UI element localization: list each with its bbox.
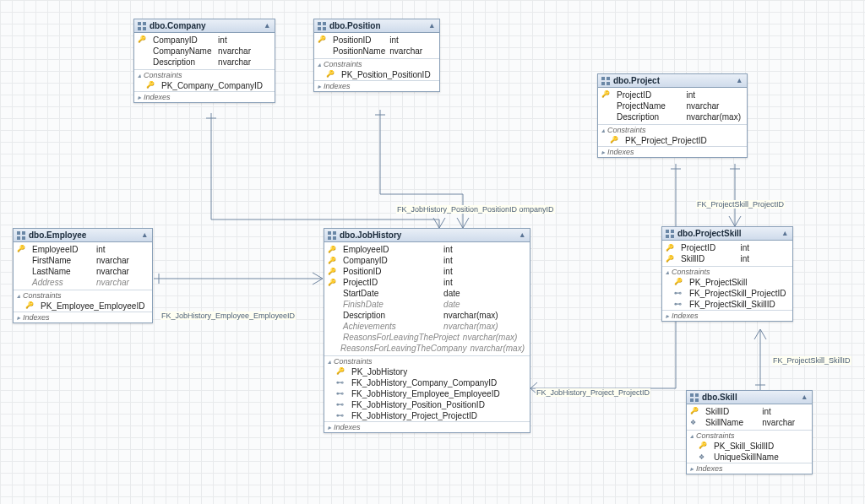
constraints-header[interactable]: Constraints [324, 355, 530, 366]
constraint-row[interactable]: FK_ProjectSkill_SkillID [662, 299, 792, 310]
column-row[interactable]: CompanyNamenvarchar [134, 46, 275, 57]
column-row[interactable]: Descriptionnvarchar(max) [598, 111, 747, 122]
entity-title-text: dbo.Company [150, 21, 206, 30]
pk-icon [25, 302, 37, 311]
column-row[interactable]: ProjectIDint [662, 242, 792, 253]
constraint-row[interactable]: FK_JobHistory_Company_CompanyID [324, 377, 530, 388]
column-row[interactable]: PositionIDint [324, 266, 530, 277]
indexes-header[interactable]: Indexes [314, 80, 439, 91]
entity-title[interactable]: dbo.Project ▴ [598, 74, 747, 88]
table-icon [318, 22, 326, 30]
pk-icon [601, 91, 613, 100]
column-row[interactable]: Descriptionnvarchar [134, 57, 275, 68]
column-row[interactable]: FirstNamenvarchar [14, 255, 152, 266]
column-row[interactable]: Achievementsnvarchar(max) [324, 321, 530, 332]
constraints-header[interactable]: Constraints [134, 69, 275, 80]
pk-fk-icon [328, 279, 340, 287]
collapse-icon[interactable]: ▴ [520, 230, 525, 239]
column-row[interactable]: SkillNamenvarchar [687, 417, 812, 428]
constraint-row[interactable]: PK_JobHistory [324, 366, 530, 377]
indexes-header[interactable]: Indexes [662, 310, 792, 321]
collapse-icon[interactable]: ▴ [430, 21, 434, 30]
constraints-header[interactable]: Constraints [687, 430, 812, 441]
indexes-header[interactable]: Indexes [134, 91, 275, 102]
column-row[interactable]: PositionNamenvarchar [314, 46, 439, 57]
constraint-row[interactable]: PK_ProjectSkill [662, 277, 792, 288]
constraint-row[interactable]: FK_JobHistory_Employee_EmployeeID [324, 388, 530, 399]
blank-icon [17, 279, 29, 287]
constraint-row[interactable]: PK_Project_ProjectID [598, 135, 747, 146]
pk-fk-icon [328, 268, 340, 276]
table-icon [328, 231, 336, 240]
entity-title-text: dbo.JobHistory [340, 230, 401, 240]
column-row[interactable]: CompanyIDint [324, 255, 530, 266]
columns-section: EmployeeIDint CompanyIDint PositionIDint… [324, 242, 530, 355]
entity-title[interactable]: dbo.Employee ▴ [14, 229, 152, 242]
blank-icon [328, 312, 340, 320]
pk-icon [336, 368, 348, 377]
blank-icon [328, 290, 340, 298]
fk-icon [336, 412, 348, 420]
column-row[interactable]: ProjectIDint [324, 277, 530, 288]
column-row[interactable]: EmployeeIDint [324, 244, 530, 255]
collapse-icon[interactable]: ▴ [143, 230, 147, 239]
constraint-row[interactable]: PK_Company_CompanyID [134, 80, 275, 91]
indexes-header[interactable]: Indexes [598, 146, 747, 157]
column-row[interactable]: PositionIDint [314, 35, 439, 46]
constraint-row[interactable]: FK_JobHistory_Position_PositionID [324, 399, 530, 410]
column-row[interactable]: LastNamenvarchar [14, 266, 152, 277]
constraint-row[interactable]: FK_JobHistory_Project_ProjectID [324, 410, 530, 421]
entity-position[interactable]: dbo.Position ▴ PositionIDint PositionNam… [313, 19, 440, 92]
column-row[interactable]: ProjectNamenvarchar [598, 100, 747, 111]
constraints-header[interactable]: Constraints [14, 290, 152, 301]
constraint-row[interactable]: PK_Skill_SkillID [687, 441, 812, 452]
column-row[interactable]: EmployeeIDint [14, 244, 152, 255]
entity-employee[interactable]: dbo.Employee ▴ EmployeeIDint FirstNamenv… [13, 228, 153, 323]
indexes-header[interactable]: Indexes [324, 421, 530, 432]
entity-title[interactable]: dbo.ProjectSkill ▴ [662, 227, 792, 241]
column-row[interactable]: FinishDatedate [324, 299, 530, 310]
column-row[interactable]: StartDatedate [324, 288, 530, 299]
column-row[interactable]: SkillIDint [687, 406, 812, 417]
column-row[interactable]: CompanyIDint [134, 35, 275, 46]
column-row[interactable]: SkillIDint [662, 253, 792, 264]
pk-fk-icon [328, 246, 340, 254]
entity-company[interactable]: dbo.Company ▴ CompanyIDint CompanyNamenv… [133, 19, 275, 103]
collapse-icon[interactable]: ▴ [802, 393, 807, 401]
entity-title[interactable]: dbo.Company ▴ [134, 19, 275, 33]
entity-title[interactable]: dbo.JobHistory ▴ [324, 229, 530, 242]
column-row[interactable]: Addressnvarchar [14, 277, 152, 288]
constraint-row[interactable]: PK_Employee_EmployeeID [14, 301, 152, 312]
constraints-header[interactable]: Constraints [598, 124, 747, 135]
entity-title[interactable]: dbo.Skill ▴ [687, 391, 812, 404]
column-row[interactable]: ProjectIDint [598, 89, 747, 100]
constraint-row[interactable]: FK_ProjectSkill_ProjectID [662, 288, 792, 299]
blank-icon [328, 301, 340, 309]
entity-projectskill[interactable]: dbo.ProjectSkill ▴ ProjectIDint SkillIDi… [661, 226, 793, 322]
constraint-row[interactable]: PK_Position_PositionID [314, 69, 439, 80]
column-row[interactable]: ReasonsForLeavingTheProjectnvarchar(max) [324, 332, 530, 343]
column-row[interactable]: ReasonsForLeavingTheCompanynvarchar(max) [324, 343, 530, 354]
collapse-icon[interactable]: ▴ [265, 21, 269, 30]
entity-title[interactable]: dbo.Position ▴ [314, 19, 439, 33]
blank-icon [318, 47, 329, 56]
entity-title-text: dbo.Skill [702, 393, 737, 402]
entity-project[interactable]: dbo.Project ▴ ProjectIDint ProjectNamenv… [597, 73, 748, 158]
blank-icon [17, 257, 29, 265]
indexes-header[interactable]: Indexes [14, 312, 152, 322]
unique-icon [699, 453, 710, 462]
constraints-header[interactable]: Constraints [662, 266, 792, 277]
collapse-icon[interactable]: ▴ [783, 229, 787, 237]
entity-jobhistory[interactable]: dbo.JobHistory ▴ EmployeeIDint CompanyID… [324, 228, 530, 433]
unique-icon [690, 419, 702, 427]
collapse-icon[interactable]: ▴ [737, 76, 742, 84]
pk-icon [674, 279, 686, 287]
pk-icon [610, 137, 622, 145]
blank-icon [328, 322, 340, 331]
constraint-row[interactable]: UniqueSkillName [687, 452, 812, 463]
table-icon [138, 22, 146, 30]
constraints-header[interactable]: Constraints [314, 58, 439, 69]
entity-skill[interactable]: dbo.Skill ▴ SkillIDint SkillNamenvarchar… [686, 390, 813, 474]
column-row[interactable]: Descriptionnvarchar(max) [324, 310, 530, 321]
indexes-header[interactable]: Indexes [687, 463, 812, 474]
